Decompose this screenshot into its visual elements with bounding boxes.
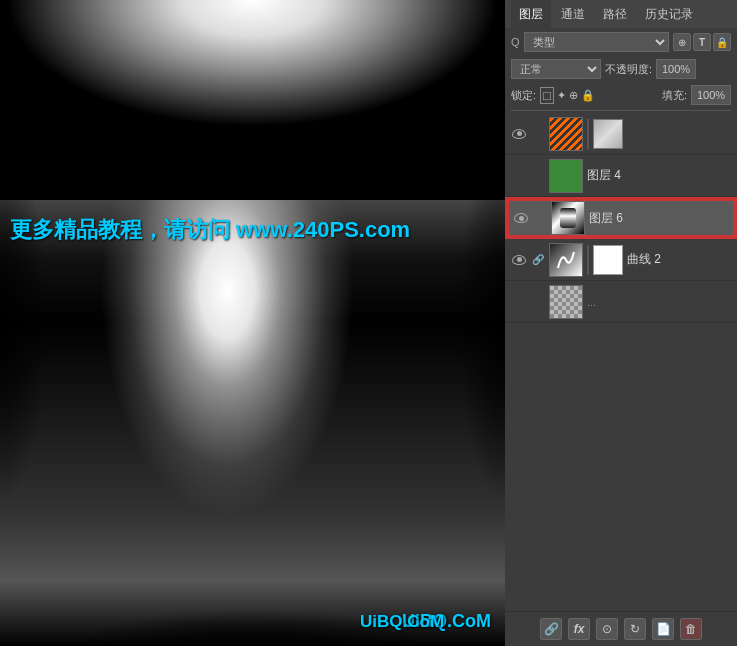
layer-thumbnail-bottom [549, 285, 583, 319]
layer-visibility-top[interactable] [511, 126, 527, 142]
portrait-dark-edges [0, 0, 505, 646]
new-adjustment-button[interactable]: ↻ [624, 618, 646, 640]
layer-lock-curves: 🔗 [531, 254, 545, 265]
layer-item-top[interactable] [505, 113, 737, 155]
link-layers-button[interactable]: 🔗 [540, 618, 562, 640]
search-icon: Q [511, 36, 520, 48]
layer-item-6[interactable]: 图层 6 [505, 197, 737, 239]
opacity-label: 不透明度: [605, 62, 652, 77]
layer-type-filter[interactable]: 类型 [524, 32, 669, 52]
bottom-toolbar: 🔗 fx ⊙ ↻ 📄 🗑 [505, 611, 737, 646]
layer-name-4: 图层 4 [587, 167, 731, 184]
filter-type-icon[interactable]: T [693, 33, 711, 51]
layer-mask-curves [593, 245, 623, 275]
layer-thumbnail-curves [549, 243, 583, 277]
eye-icon [512, 129, 526, 139]
fill-label: 填充: [662, 88, 687, 103]
watermark-text: 更多精品教程，请访问 www.240PS.com [10, 215, 495, 245]
lock-label: 锁定: [511, 88, 536, 103]
filter-lock-icon[interactable]: 🔒 [713, 33, 731, 51]
layers-list: 图层 4 图层 6 🔗 [505, 113, 737, 611]
curves-icon [554, 248, 578, 272]
layer-thumbnail-top [549, 117, 583, 151]
chain-divider [587, 119, 589, 149]
layer-item-4[interactable]: 图层 4 [505, 155, 737, 197]
eye-icon-6 [514, 213, 528, 223]
fill-input[interactable] [691, 85, 731, 105]
lock-row: 锁定: □ ✦ ⊕ 🔒 填充: [505, 82, 737, 108]
layer-item-bottom[interactable]: ... [505, 281, 737, 323]
lock-all-icon[interactable]: 🔒 [581, 89, 595, 102]
lock-pixel-icon[interactable]: ✦ [557, 89, 566, 102]
chain-divider-curves [587, 245, 589, 275]
layer-visibility-curves[interactable] [511, 252, 527, 268]
eye-icon-curves [512, 255, 526, 265]
layer-item-curves[interactable]: 🔗 曲线 2 [505, 239, 737, 281]
layer-thumbnail-4 [549, 159, 583, 193]
layer-thumbnail-6 [551, 201, 585, 235]
lock-position-icon[interactable]: ⊕ [569, 89, 578, 102]
layer-name-6: 图层 6 [589, 210, 729, 227]
tab-layers[interactable]: 图层 [511, 0, 551, 28]
watermark-bottom-right: UiBQ.CoM [360, 612, 444, 632]
panel-tabs: 图层 通道 路径 历史记录 [505, 0, 737, 28]
opacity-input[interactable] [656, 59, 696, 79]
tab-paths[interactable]: 路径 [595, 0, 635, 28]
filter-row: Q 类型 ⊕ T 🔒 [505, 28, 737, 56]
portrait-thumb-inner [560, 208, 576, 228]
delete-layer-button[interactable]: 🗑 [680, 618, 702, 640]
divider [511, 110, 731, 111]
filter-icons: ⊕ T 🔒 [673, 33, 731, 51]
lock-icons-group: □ ✦ ⊕ 🔒 [540, 87, 595, 104]
layer-name-curves: 曲线 2 [627, 251, 731, 268]
add-mask-button[interactable]: ⊙ [596, 618, 618, 640]
layer-mask-top [593, 119, 623, 149]
blend-mode-row: 正常 不透明度: [505, 56, 737, 82]
layer-effects-button[interactable]: fx [568, 618, 590, 640]
layer-visibility-6[interactable] [513, 210, 529, 226]
layer-name-bottom: ... [587, 296, 731, 308]
new-layer-button[interactable]: 📄 [652, 618, 674, 640]
layer-visibility-bottom[interactable] [511, 294, 527, 310]
canvas-area: 更多精品教程，请访问 www.240PS.com UiBQ.CoM [0, 0, 505, 646]
tab-history[interactable]: 历史记录 [637, 0, 701, 28]
lock-transparent-icon[interactable]: □ [540, 87, 554, 104]
tab-channels[interactable]: 通道 [553, 0, 593, 28]
filter-pixel-icon[interactable]: ⊕ [673, 33, 691, 51]
layer-visibility-4[interactable] [511, 168, 527, 184]
layers-panel: 图层 通道 路径 历史记录 Q 类型 ⊕ T 🔒 正常 不透明度: 锁定: □ … [505, 0, 737, 646]
blend-mode-select[interactable]: 正常 [511, 59, 601, 79]
